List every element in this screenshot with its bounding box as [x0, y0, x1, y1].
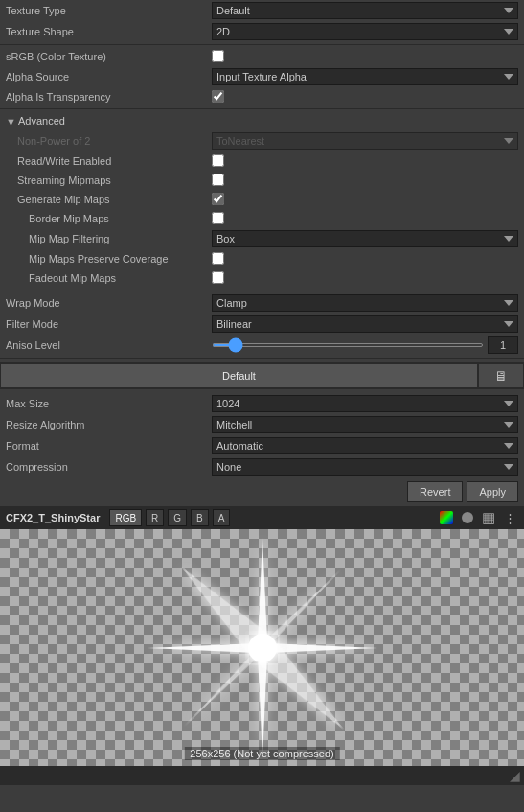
fadeout-mip-label: Fadeout Mip Maps — [6, 272, 212, 284]
preview-checkerboard-btn[interactable]: ▦ — [480, 509, 497, 526]
alpha-transparency-label: Alpha Is Transparency — [6, 91, 212, 103]
preview-canvas: 256x256 (Not yet compressed) — [0, 529, 524, 766]
texture-shape-label: Texture Shape — [6, 26, 212, 37]
divider-1 — [0, 44, 524, 45]
preview-title: CFX2_T_ShinyStar — [6, 512, 105, 523]
non-power-row: Non-Power of 2 ToNearest — [0, 130, 524, 151]
texture-shape-select[interactable]: 2D — [212, 23, 518, 40]
filter-mode-select[interactable]: Bilinear Point Trilinear — [212, 315, 518, 333]
aniso-slider-container — [212, 336, 518, 354]
border-mip-maps-label: Border Mip Maps — [6, 213, 212, 224]
generate-mip-maps-checkbox[interactable] — [212, 193, 224, 205]
texture-type-select[interactable]: Default — [212, 2, 518, 19]
alpha-transparency-row: Alpha Is Transparency — [0, 87, 524, 106]
aniso-level-label: Aniso Level — [6, 339, 212, 351]
mip-preserve-checkbox[interactable] — [212, 252, 224, 265]
star-preview-svg — [143, 528, 382, 768]
texture-type-label: Texture Type — [6, 5, 212, 16]
compression-row: Compression None Low Quality Normal Qual… — [0, 456, 524, 477]
apply-button[interactable]: Apply — [467, 481, 518, 502]
color-dot-icon — [440, 511, 453, 524]
srgb-row: sRGB (Color Texture) — [0, 47, 524, 66]
streaming-mipmaps-row: Streaming Mipmaps — [0, 171, 524, 190]
circle-dot-icon — [462, 512, 473, 523]
streaming-mipmaps-checkbox[interactable] — [212, 174, 224, 186]
max-size-label: Max Size — [6, 398, 212, 409]
format-label: Format — [6, 440, 212, 452]
mip-preserve-row: Mip Maps Preserve Coverage — [0, 249, 524, 268]
channel-b-button[interactable]: B — [191, 509, 209, 526]
preview-icons-group: ▦ ⋮ — [438, 509, 518, 526]
texture-type-value[interactable]: Default — [212, 2, 518, 19]
mip-map-filtering-label: Mip Map Filtering — [6, 233, 212, 244]
divider-4 — [0, 358, 524, 359]
channel-g-button[interactable]: G — [168, 509, 187, 526]
texture-type-row: Texture Type Default — [0, 0, 524, 21]
preview-circle-btn[interactable] — [459, 509, 476, 526]
channel-a-button[interactable]: A — [213, 509, 231, 526]
border-mip-maps-row: Border Mip Maps — [0, 209, 524, 228]
read-write-label: Read/Write Enabled — [6, 155, 212, 167]
srgb-checkbox[interactable] — [212, 50, 224, 62]
preview-color-icon-btn[interactable] — [438, 509, 455, 526]
resize-algorithm-label: Resize Algorithm — [6, 419, 212, 430]
texture-shape-value[interactable]: 2D — [212, 23, 518, 40]
srgb-label: sRGB (Color Texture) — [6, 51, 212, 62]
svg-point-2 — [248, 634, 277, 662]
mip-map-filtering-row: Mip Map Filtering Box Kaiser — [0, 228, 524, 249]
alpha-source-row: Alpha Source Input Texture Alpha None Fr… — [0, 66, 524, 87]
alpha-source-label: Alpha Source — [6, 71, 212, 82]
advanced-label: Advanced — [18, 115, 65, 127]
generate-mip-maps-row: Generate Mip Maps — [0, 190, 524, 209]
border-mip-maps-checkbox[interactable] — [212, 212, 224, 224]
fadeout-mip-row: Fadeout Mip Maps — [0, 268, 524, 288]
max-size-select[interactable]: 1024 256 512 2048 4096 — [212, 395, 518, 412]
default-platform-tab[interactable]: Default — [0, 363, 478, 388]
channel-r-button[interactable]: R — [146, 509, 164, 526]
preview-bar: CFX2_T_ShinyStar RGB R G B A ▦ ⋮ — [0, 506, 524, 529]
streaming-mipmaps-label: Streaming Mipmaps — [6, 174, 212, 186]
wrap-mode-row: Wrap Mode Clamp Repeat Mirror — [0, 292, 524, 313]
generate-mip-maps-label: Generate Mip Maps — [6, 194, 212, 205]
non-power-label: Non-Power of 2 — [6, 135, 212, 147]
advanced-triangle-icon: ▼ — [6, 116, 15, 126]
bottom-icon-row: ◢ — [0, 766, 524, 785]
format-row: Format Automatic — [0, 435, 524, 456]
preview-more-btn[interactable]: ⋮ — [501, 509, 518, 526]
advanced-section-header[interactable]: ▼ Advanced — [0, 111, 524, 130]
format-select[interactable]: Automatic — [212, 437, 518, 454]
unity-logo-icon: ◢ — [510, 768, 520, 783]
aniso-level-row: Aniso Level — [0, 335, 524, 356]
revert-button[interactable]: Revert — [407, 481, 463, 502]
mip-map-filtering-select[interactable]: Box Kaiser — [212, 230, 518, 247]
read-write-row: Read/Write Enabled — [0, 151, 524, 171]
platform-tabs: Default 🖥 — [0, 362, 524, 389]
filter-mode-row: Filter Mode Bilinear Point Trilinear — [0, 313, 524, 335]
aniso-value-input[interactable] — [488, 336, 518, 354]
resize-algorithm-row: Resize Algorithm Mitchell Bilinear — [0, 414, 524, 435]
platform-monitor-tab[interactable]: 🖥 — [478, 363, 524, 388]
wrap-mode-select[interactable]: Clamp Repeat Mirror — [212, 294, 518, 312]
non-power-select[interactable]: ToNearest — [212, 132, 518, 150]
alpha-transparency-checkbox[interactable] — [212, 90, 224, 103]
aniso-slider[interactable] — [212, 343, 484, 347]
wrap-mode-label: Wrap Mode — [6, 297, 212, 309]
divider-3 — [0, 290, 524, 290]
channel-rgb-button[interactable]: RGB — [109, 509, 142, 526]
preview-size-label: 256x256 (Not yet compressed) — [184, 747, 339, 760]
fadeout-mip-checkbox[interactable] — [212, 271, 224, 284]
max-size-row: Max Size 1024 256 512 2048 4096 — [0, 393, 524, 414]
alpha-source-select[interactable]: Input Texture Alpha None From Gray Scale — [212, 68, 518, 85]
compression-select[interactable]: None Low Quality Normal Quality High Qua… — [212, 458, 518, 476]
action-buttons-row: Revert Apply — [0, 477, 524, 506]
filter-mode-label: Filter Mode — [6, 318, 212, 330]
monitor-icon: 🖥 — [494, 368, 508, 383]
divider-2 — [0, 108, 524, 109]
mip-preserve-label: Mip Maps Preserve Coverage — [6, 253, 212, 265]
inspector-panel: Texture Type Default Texture Shape 2D sR… — [0, 0, 524, 785]
resize-algorithm-select[interactable]: Mitchell Bilinear — [212, 416, 518, 433]
texture-shape-row: Texture Shape 2D — [0, 21, 524, 42]
compression-label: Compression — [6, 461, 212, 473]
read-write-checkbox[interactable] — [212, 154, 224, 167]
